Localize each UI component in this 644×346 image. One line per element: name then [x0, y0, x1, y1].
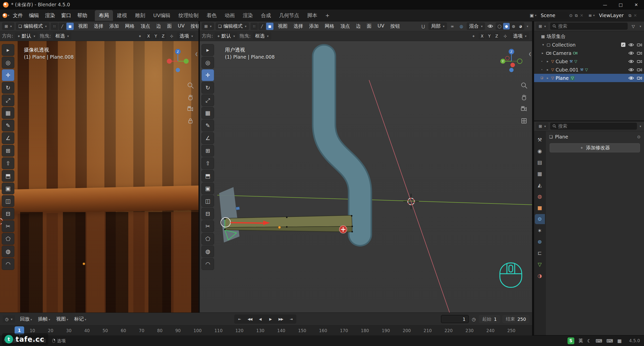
gizmo-x-axis[interactable] — [510, 63, 515, 67]
tab-constraints[interactable]: ⊏ — [535, 248, 545, 258]
tweak-select-tool[interactable]: ▸ — [202, 44, 214, 56]
play-button[interactable]: ▶ — [266, 315, 275, 323]
transform-tool[interactable]: ▦ — [2, 107, 14, 119]
viewport-menu-item[interactable]: 顶点 — [138, 23, 153, 29]
menu-item[interactable]: 渲染 — [42, 12, 58, 19]
loop-cut-tool[interactable]: ⊟ — [202, 208, 214, 220]
scene-selector[interactable]: ▣ ▾ Scene ⊙ ⧉ ✕ — [530, 12, 584, 19]
disable-in-render-camera-icon[interactable] — [637, 43, 642, 47]
workspace-tab[interactable]: 脚本 — [303, 10, 321, 21]
snap-base-icon[interactable]: ⌖ — [470, 32, 477, 40]
scale-tool[interactable]: ⤢ — [2, 94, 14, 106]
annotate-tool[interactable]: ✎ — [202, 120, 214, 131]
gizmo-neg-z-axis[interactable] — [176, 68, 180, 72]
close-button[interactable]: ✕ — [628, 0, 644, 10]
bevel-tool[interactable]: ◫ — [2, 195, 14, 207]
camera-view-icon[interactable] — [520, 105, 529, 114]
mode-selector[interactable]: ❏编辑模式 — [16, 22, 49, 30]
mesh-vertex[interactable] — [286, 226, 288, 228]
outliner-row-plane[interactable]: ❏ ▸ ▽ Plane ▽ — [534, 74, 644, 82]
frame-end-field[interactable]: 结束250 — [502, 315, 530, 323]
navigation-gizmo[interactable]: Z Y — [496, 45, 527, 75]
move-tool[interactable]: ✛ — [2, 69, 14, 81]
region-collapse-icon[interactable]: ❮ — [195, 52, 198, 56]
timeline-menu-item[interactable]: 回放 — [17, 316, 35, 322]
workspace-tab[interactable]: 动画 — [221, 10, 239, 21]
viewport-menu-item[interactable]: 按钮 — [387, 23, 403, 29]
ime-language[interactable]: 英 — [579, 338, 583, 344]
current-frame-field[interactable]: 1 — [441, 315, 469, 323]
move-tool[interactable]: ✛ — [202, 69, 214, 81]
viewport-menu-item[interactable]: 顶点 — [337, 23, 353, 29]
knife-tool[interactable]: ✂ — [202, 220, 214, 232]
hide-in-viewport-eye-icon[interactable] — [628, 68, 634, 72]
hide-in-viewport-eye-icon[interactable] — [628, 51, 634, 55]
viewport-menu-item[interactable]: 按钮 — [188, 23, 198, 29]
menu-item[interactable]: 编辑 — [26, 12, 42, 19]
viewport-menu-item[interactable]: 视图 — [275, 23, 291, 29]
axis-toggle[interactable]: Z — [160, 33, 166, 39]
properties-options-icon[interactable]: ▾ — [639, 124, 642, 128]
viewlayer-selector[interactable]: ≡ ▾ ViewLayer ⧉ ✕ — [588, 12, 637, 19]
orientation-selector[interactable]: ⌖默认 — [215, 32, 237, 40]
zoom-icon[interactable] — [520, 81, 529, 90]
jump-to-end-button[interactable]: ⇥ — [286, 315, 296, 323]
edge-select-button[interactable]: ╱ — [258, 23, 266, 30]
workspace-tab[interactable]: 布局 — [95, 10, 113, 21]
collapsed-icon[interactable]: ▸ — [546, 76, 550, 80]
viewport-menu-item[interactable]: 选择 — [91, 23, 106, 29]
orthographic-grid-icon[interactable] — [520, 117, 529, 125]
cursor-tool[interactable]: ◎ — [2, 57, 14, 68]
cursor-tool[interactable]: ◎ — [202, 57, 214, 68]
snap-magnet-icon[interactable]: ⋃ — [419, 22, 427, 30]
ime-badge[interactable]: S — [568, 337, 574, 344]
mesh-vertex[interactable] — [351, 231, 353, 232]
outliner-options-icon[interactable]: ▾ — [639, 24, 642, 28]
axis-toggle[interactable]: X — [479, 33, 485, 39]
inset-faces-tool[interactable]: ▣ — [2, 183, 14, 194]
keyboard-icon[interactable]: ⌨ — [596, 338, 602, 343]
plane-front-face[interactable] — [225, 226, 352, 232]
snap-target-link-icon[interactable]: ∞ — [449, 22, 456, 30]
active-vertex[interactable] — [278, 226, 281, 229]
spin-tool[interactable]: ◍ — [202, 246, 214, 257]
editor-type-button[interactable]: ⊞ — [2, 22, 14, 30]
shading-dropdown-icon[interactable]: ▾ — [526, 24, 529, 28]
drag-mode-selector[interactable]: 框选 — [253, 32, 271, 40]
viewport-menu-item[interactable]: 添加 — [306, 23, 322, 29]
red-cross-marker[interactable] — [339, 226, 347, 233]
lock-icon[interactable] — [186, 117, 195, 125]
empty-marker[interactable] — [236, 207, 239, 210]
menu-item[interactable]: 帮助 — [74, 12, 90, 19]
viewport-menu-item[interactable]: 选择 — [291, 23, 306, 29]
show-overlays-eye-icon[interactable] — [487, 22, 494, 30]
orientation-selector[interactable]: ⌖默认 — [15, 32, 38, 40]
filter-funnel-icon[interactable]: ▽ — [629, 22, 637, 30]
gizmo-neg-x-axis[interactable] — [506, 56, 509, 60]
collapsed-icon[interactable]: ▸ — [541, 51, 545, 55]
new-viewlayer-icon[interactable]: ⧉ — [628, 13, 632, 18]
outliner-row-scene-collection[interactable]: ▦ 场景集合 — [534, 32, 644, 41]
rendered-shading-button[interactable]: ◕ — [517, 23, 524, 29]
viewport-menu-item[interactable]: 添加 — [106, 23, 122, 29]
collapsed-icon[interactable]: ▸ — [546, 59, 550, 63]
measure-tool[interactable]: ∠ — [202, 132, 214, 144]
vertex-select-button[interactable]: ∷ — [251, 23, 258, 30]
viewport-menu-item[interactable]: 边 — [153, 23, 164, 29]
timeline-editor-button[interactable]: ◷ — [3, 315, 15, 323]
viewport-menu-item[interactable]: 面 — [164, 23, 175, 29]
mode-selector[interactable]: ❏编辑模式 — [216, 22, 249, 30]
menu-item[interactable]: 窗口 — [58, 12, 74, 19]
transform-tool[interactable]: ▦ — [202, 107, 214, 119]
tab-output[interactable]: ▤ — [535, 157, 545, 167]
tab-data[interactable]: ▽ — [535, 259, 545, 269]
disable-in-render-camera-icon[interactable] — [637, 51, 642, 55]
falloff-button[interactable]: 混合 — [467, 22, 485, 30]
hide-in-viewport-eye-icon[interactable] — [628, 43, 634, 47]
navigation-gizmo[interactable]: Z — [163, 45, 193, 75]
rotate-tool[interactable]: ↻ — [202, 82, 214, 94]
mesh-vertex[interactable] — [351, 226, 353, 227]
mesh-vertex[interactable] — [224, 229, 226, 230]
face-select-button[interactable]: ■ — [66, 23, 74, 30]
viewport-menu-item[interactable]: 视图 — [75, 23, 91, 29]
